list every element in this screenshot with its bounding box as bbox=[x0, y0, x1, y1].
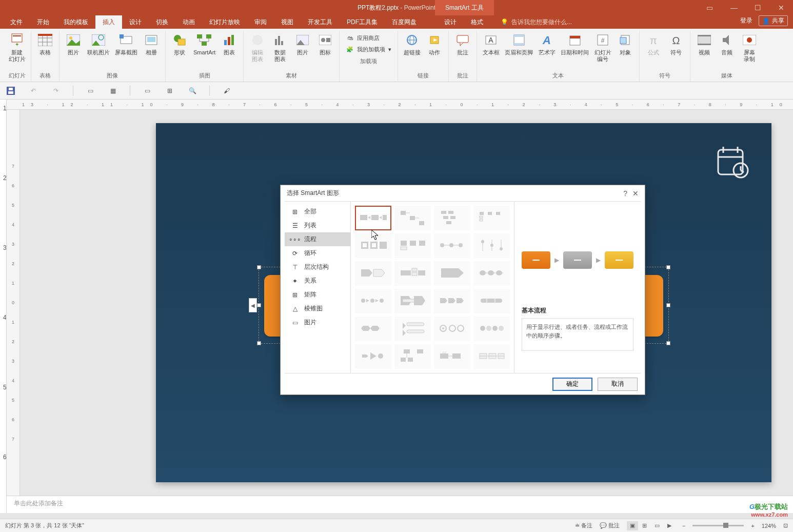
hyperlink-button[interactable]: 超链接 bbox=[401, 31, 423, 71]
layout-item[interactable] bbox=[394, 233, 431, 258]
dialog-help-button[interactable]: ? bbox=[623, 189, 627, 198]
category-list[interactable]: ☰列表 bbox=[285, 219, 350, 232]
layout-item[interactable] bbox=[473, 261, 510, 286]
tab-insert[interactable]: 插入 bbox=[95, 15, 122, 29]
tab-file[interactable]: 文件 bbox=[3, 15, 30, 29]
maximize-button[interactable]: ☐ bbox=[746, 0, 769, 15]
qat-btn-5[interactable]: ▦ bbox=[107, 85, 118, 96]
category-process[interactable]: ∘∘∘流程 bbox=[285, 232, 350, 246]
layout-item[interactable] bbox=[434, 344, 470, 369]
category-cycle[interactable]: ⟳循环 bbox=[285, 246, 350, 260]
signin-link[interactable]: 登录 bbox=[740, 16, 752, 25]
category-pyramid[interactable]: △棱锥图 bbox=[285, 302, 350, 316]
tab-smartart-design[interactable]: 设计 bbox=[437, 15, 464, 29]
close-button[interactable]: ✕ bbox=[769, 0, 793, 15]
tab-smartart-format[interactable]: 格式 bbox=[464, 15, 490, 29]
ribbon-display-options-icon[interactable]: ▭ bbox=[698, 0, 721, 15]
chart-button[interactable]: 图表 bbox=[219, 31, 240, 71]
resize-handle[interactable] bbox=[666, 341, 670, 345]
fit-to-window-button[interactable]: ⊡ bbox=[783, 522, 788, 529]
resize-handle[interactable] bbox=[666, 265, 670, 269]
tab-my-templates[interactable]: 我的模板 bbox=[56, 15, 95, 29]
layout-item[interactable] bbox=[355, 289, 391, 313]
slide-number-button[interactable]: #幻灯片编号 bbox=[592, 31, 613, 71]
notes-toggle[interactable]: ≐ 备注 bbox=[575, 522, 592, 529]
layout-item[interactable] bbox=[434, 289, 470, 313]
tab-animations[interactable]: 动画 bbox=[175, 15, 202, 29]
action-button[interactable]: 动作 bbox=[424, 31, 445, 71]
resize-handle[interactable] bbox=[666, 303, 670, 307]
slideshow-view-button[interactable]: ▶ bbox=[664, 521, 675, 530]
tab-pdf-tools[interactable]: PDF工具集 bbox=[340, 15, 385, 29]
tab-baidu-netdisk[interactable]: 百度网盘 bbox=[385, 15, 424, 29]
comment-button[interactable]: 批注 bbox=[452, 31, 473, 71]
video-button[interactable]: 视频 bbox=[693, 31, 715, 71]
layout-item[interactable] bbox=[473, 289, 510, 313]
audio-button[interactable]: 音频 bbox=[716, 31, 738, 71]
layout-item[interactable] bbox=[473, 317, 510, 341]
zoom-level[interactable]: 124% bbox=[762, 523, 776, 529]
tab-review[interactable]: 审阅 bbox=[247, 15, 274, 29]
zoom-slider[interactable] bbox=[692, 525, 744, 526]
resize-handle[interactable] bbox=[257, 341, 261, 345]
date-time-button[interactable]: 日期和时间 bbox=[559, 31, 591, 71]
new-slide-button[interactable]: ✦新建幻灯片 bbox=[6, 31, 28, 71]
layout-item[interactable] bbox=[394, 317, 431, 341]
dialog-cancel-button[interactable]: 取消 bbox=[598, 378, 638, 391]
tell-me-search[interactable]: 💡 告诉我您想要做什么... bbox=[501, 15, 572, 29]
qat-btn-6[interactable]: ▭ bbox=[142, 85, 153, 96]
layout-item[interactable] bbox=[355, 261, 391, 286]
category-matrix[interactable]: ⊞矩阵 bbox=[285, 288, 350, 302]
screenshot-button[interactable]: 屏幕截图 bbox=[113, 31, 140, 71]
symbol-button[interactable]: Ω符号 bbox=[665, 31, 687, 71]
header-footer-button[interactable]: 页眉和页脚 bbox=[503, 31, 535, 71]
minimize-button[interactable]: — bbox=[722, 0, 746, 15]
textbox-button[interactable]: A文本框 bbox=[480, 31, 502, 71]
comments-toggle[interactable]: 💬 批注 bbox=[600, 522, 620, 529]
tab-view[interactable]: 视图 bbox=[274, 15, 301, 29]
layout-item[interactable] bbox=[394, 261, 431, 286]
category-hierarchy[interactable]: ⊤层次结构 bbox=[285, 260, 350, 274]
dialog-layout-grid[interactable] bbox=[351, 202, 514, 373]
redo-button[interactable]: ↷ bbox=[50, 85, 62, 96]
tab-slideshow[interactable]: 幻灯片放映 bbox=[202, 15, 247, 29]
layout-item[interactable] bbox=[355, 317, 391, 341]
shapes-button[interactable]: 形状 bbox=[169, 31, 190, 71]
my-addins-button[interactable]: 🧩我的加载项 ▾ bbox=[344, 44, 393, 54]
tab-home[interactable]: 开始 bbox=[30, 15, 56, 29]
layout-basic-process[interactable] bbox=[355, 206, 391, 230]
layout-item[interactable] bbox=[394, 344, 431, 369]
qat-btn-8[interactable]: 🔍 bbox=[187, 85, 198, 96]
material-picture-button[interactable]: 图片 bbox=[292, 31, 313, 71]
resize-handle[interactable] bbox=[257, 303, 261, 307]
tab-transitions[interactable]: 切换 bbox=[149, 15, 175, 29]
category-relationship[interactable]: ✦关系 bbox=[285, 274, 350, 288]
category-picture[interactable]: ▭图片 bbox=[285, 316, 350, 329]
layout-item[interactable] bbox=[394, 206, 431, 230]
reading-view-button[interactable]: ▭ bbox=[651, 521, 663, 530]
undo-button[interactable]: ↶ bbox=[28, 85, 39, 96]
dialog-close-button[interactable]: ✕ bbox=[632, 189, 639, 198]
data-chart-button[interactable]: 数据图表 bbox=[269, 31, 291, 71]
qat-btn-4[interactable]: ▭ bbox=[85, 85, 96, 96]
layout-item[interactable] bbox=[394, 289, 431, 313]
screen-recording-button[interactable]: 屏幕录制 bbox=[739, 31, 760, 71]
object-button[interactable]: 对象 bbox=[614, 31, 636, 71]
online-pictures-button[interactable]: 联机图片 bbox=[85, 31, 112, 71]
photo-album-button[interactable]: 相册 bbox=[141, 31, 162, 71]
layout-item[interactable] bbox=[473, 344, 510, 369]
layout-item[interactable] bbox=[473, 206, 510, 230]
slide-thumbnail-panel[interactable]: 1 历史记录中的著名事件 🔊 2 公司简介 产品介绍 举例内容 ◀ 3 ▦ 第一… bbox=[0, 100, 7, 513]
app-store-button[interactable]: 🛍应用商店 bbox=[344, 33, 393, 43]
dialog-ok-button[interactable]: 确定 bbox=[552, 378, 592, 391]
layout-item[interactable] bbox=[434, 261, 470, 286]
qat-btn-7[interactable]: ⊞ bbox=[164, 85, 175, 96]
qat-btn-9[interactable]: 🖌 bbox=[221, 85, 232, 96]
pictures-button[interactable]: 图片 bbox=[63, 31, 84, 71]
table-button[interactable]: 表格 bbox=[34, 31, 56, 71]
layout-item[interactable] bbox=[355, 233, 391, 258]
layout-item[interactable] bbox=[355, 344, 391, 369]
notes-pane[interactable]: 单击此处添加备注 bbox=[7, 496, 793, 513]
text-pane-toggle[interactable]: ◀ bbox=[249, 298, 257, 312]
layout-item[interactable] bbox=[434, 206, 470, 230]
